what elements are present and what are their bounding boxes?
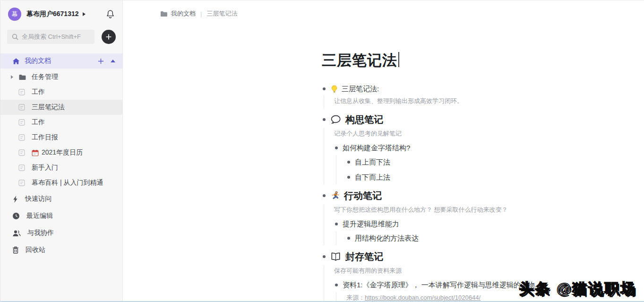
- speech-bubble-icon: [330, 115, 341, 124]
- document-title[interactable]: 三层笔记法: [322, 51, 615, 70]
- outline-row: 用结构化的方法表达: [346, 231, 615, 245]
- sidebar-item-shared-with-me[interactable]: 与我协作: [0, 224, 123, 242]
- outline-item: 自下而上法: [346, 170, 615, 184]
- document-icon: [18, 89, 28, 95]
- folder-icon: [160, 11, 167, 17]
- sidebar-item-work-2[interactable]: 工作: [0, 115, 123, 130]
- outline-row: 提升逻辑思维能力: [334, 217, 615, 231]
- document-icon: [18, 134, 28, 141]
- sidebar-item-work-daily[interactable]: 工作日报: [0, 130, 123, 145]
- outline-text[interactable]: 构思笔记: [345, 113, 383, 126]
- outline-note-source: 来源：https://book.douban.com/subject/10206…: [346, 292, 615, 302]
- outline-note[interactable]: 写下你想把这些构思用在什么地方？ 想要采取什么行动来改变？: [334, 204, 615, 217]
- outline-text[interactable]: 行动笔记: [344, 190, 382, 202]
- sidebar-item-quick-access[interactable]: 快速访问: [0, 190, 123, 207]
- text-cursor: [398, 52, 399, 67]
- username: 幕布用户6671312: [26, 10, 79, 18]
- search-input[interactable]: 全局搜索 Ctrl+Shift+F: [7, 30, 94, 44]
- outline-note[interactable]: 记录个人思考的见解笔记: [334, 128, 615, 141]
- source-link[interactable]: https://book.douban.com/subject/1020644/: [365, 294, 481, 301]
- new-document-button[interactable]: [102, 30, 116, 44]
- plus-icon: [105, 34, 112, 40]
- runner-icon: [330, 191, 340, 201]
- sidebar-item-recent-edits[interactable]: 最近编辑: [0, 207, 123, 224]
- outline-item: 封存笔记 保存可能有用的资料来源 资料1:《金字塔原理》， 一本讲解写作逻辑与思…: [322, 248, 615, 302]
- tree-item-label: 工作: [32, 88, 45, 96]
- bullet[interactable]: [347, 176, 350, 179]
- nav-item-label: 最近编辑: [26, 212, 53, 220]
- bullet[interactable]: [347, 161, 350, 164]
- home-icon: [12, 58, 20, 65]
- outline-text[interactable]: 三层笔记法:: [342, 85, 379, 94]
- outline-item: 三层笔记法: 让信息从收集、整理到输出形成高效学习闭环。: [322, 82, 615, 108]
- bell-icon: [106, 9, 115, 19]
- calendar-icon: [32, 149, 39, 156]
- avatar[interactable]: 幕: [8, 8, 21, 21]
- outline-text[interactable]: 封存笔记: [345, 250, 383, 263]
- sidebar-item-work-1[interactable]: 工作: [0, 85, 123, 100]
- my-documents-label: 我的文档: [25, 57, 51, 65]
- outline-item: 用结构化的方法表达: [346, 231, 615, 245]
- bullet[interactable]: [347, 237, 350, 240]
- sidebar-item-my-documents[interactable]: 我的文档: [0, 53, 123, 69]
- lightning-icon: [12, 195, 18, 203]
- expand-arrow-icon[interactable]: [11, 75, 13, 79]
- breadcrumb-my-documents[interactable]: 我的文档: [171, 9, 196, 18]
- trash-icon: [12, 246, 19, 254]
- sidebar-item-task-management[interactable]: 任务管理: [0, 69, 123, 85]
- bullet[interactable]: [323, 255, 326, 258]
- add-doc-icon[interactable]: [98, 58, 104, 64]
- bullet[interactable]: [335, 223, 338, 225]
- tree-item-label: 工作日报: [32, 133, 58, 142]
- folder-icon: [18, 74, 28, 80]
- breadcrumb: 我的文档 | 三层笔记法: [160, 9, 237, 18]
- sidebar: 幕 幕布用户6671312 全局搜索 Ctrl+Shift+F: [0, 0, 123, 302]
- document-icon: [18, 164, 28, 171]
- outline-text[interactable]: 提升逻辑思维能力: [343, 220, 399, 229]
- outline-item: 行动笔记 写下你想把这些构思用在什么地方？ 想要采取什么行动来改变？ 提升逻辑思…: [322, 187, 615, 245]
- outline-item: 提升逻辑思维能力 用结构化的方法表达: [334, 217, 615, 245]
- sidebar-item-2021-calendar[interactable]: 2021年度日历: [0, 145, 123, 160]
- sidebar-item-recycle-bin[interactable]: 回收站: [0, 242, 123, 259]
- nav-item-label: 回收站: [26, 246, 45, 254]
- bullet[interactable]: [335, 284, 338, 286]
- document-content: 三层笔记法 三层笔记法: 让信息从收集、整理到输出形成高: [322, 51, 615, 302]
- sidebar-item-three-layer-notes[interactable]: 三层笔记法: [0, 100, 123, 115]
- outline-row: 资料1:《金字塔原理》， 一本讲解写作逻辑与思维逻辑的读物.: [334, 278, 615, 292]
- outline-text[interactable]: 自上而下法: [355, 158, 390, 167]
- outline-text[interactable]: 自下而上法: [355, 173, 390, 182]
- tree-item-label: 新手入门: [32, 164, 58, 172]
- sidebar-item-mubu-encyclopedia[interactable]: 幕布百科 | 从入门到精通: [0, 175, 123, 190]
- bullet[interactable]: [323, 87, 326, 90]
- main-area: 我的文档 | 三层笔记法 三层笔记法 三层笔记法:: [123, 0, 644, 302]
- outline-text[interactable]: 用结构化的方法表达: [355, 234, 419, 243]
- outline-text[interactable]: 资料1:《金字塔原理》， 一本讲解写作逻辑与思维逻辑的读物.: [343, 281, 537, 290]
- bullet[interactable]: [335, 147, 338, 149]
- outline-row: 自下而上法: [346, 170, 615, 184]
- nav-item-label: 与我协作: [27, 229, 54, 237]
- collapse-section-icon[interactable]: [111, 60, 115, 62]
- outline-text[interactable]: 如何构建金字塔结构?: [343, 144, 410, 153]
- user-menu[interactable]: 幕 幕布用户6671312: [8, 7, 115, 21]
- sidebar-item-beginner-guide[interactable]: 新手入门: [0, 160, 123, 175]
- document-tree: 任务管理 工作 三层笔记法: [0, 69, 123, 190]
- bullet[interactable]: [323, 194, 326, 197]
- nav-item-label: 快速访问: [25, 195, 52, 203]
- tree-item-label: 三层笔记法: [32, 103, 65, 112]
- sidebar-nav: 快速访问 最近编辑 与我协作: [0, 190, 123, 259]
- breadcrumb-current[interactable]: 三层笔记法: [206, 9, 237, 18]
- outline-row: 构思笔记: [322, 111, 615, 128]
- document-icon: [18, 104, 28, 111]
- outline-note[interactable]: 让信息从收集、整理到输出形成高效学习闭环。: [334, 95, 615, 108]
- bullet[interactable]: [323, 118, 326, 121]
- tree-item-label: 2021年度日历: [42, 148, 83, 157]
- outline-row: 三层笔记法:: [322, 82, 615, 95]
- source-label: 来源：: [346, 294, 365, 301]
- outline-item: 资料1:《金字塔原理》， 一本讲解写作逻辑与思维逻辑的读物. 来源：https:…: [334, 278, 615, 302]
- outline-row: 封存笔记: [322, 248, 615, 265]
- outline-note[interactable]: 保存可能有用的资料来源: [334, 265, 615, 278]
- caret-right-icon: [83, 12, 86, 16]
- notifications-button[interactable]: [106, 9, 115, 19]
- tree-item-label: 任务管理: [32, 73, 58, 81]
- outline: 三层笔记法: 让信息从收集、整理到输出形成高效学习闭环。 构思笔记: [322, 82, 615, 302]
